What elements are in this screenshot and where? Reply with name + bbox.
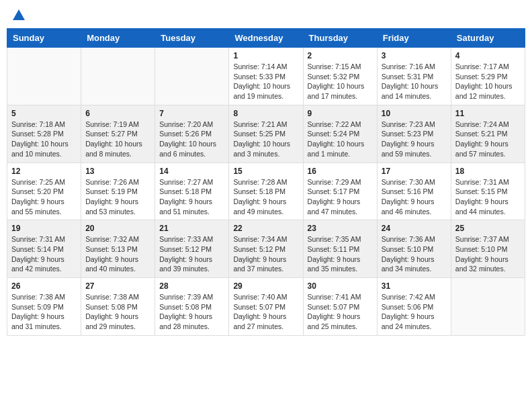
day-cell: 24Sunrise: 7:36 AMSunset: 5:10 PMDayligh… — [377, 220, 451, 278]
day-info: Sunrise: 7:40 AMSunset: 5:07 PMDaylight:… — [233, 292, 298, 332]
day-number: 15 — [233, 167, 298, 176]
day-info: Sunrise: 7:30 AMSunset: 5:16 PMDaylight:… — [382, 177, 447, 217]
day-info: Sunrise: 7:25 AMSunset: 5:20 PMDaylight:… — [11, 177, 77, 217]
day-number: 12 — [11, 167, 77, 176]
svg-marker-0 — [13, 9, 25, 20]
day-number: 21 — [159, 224, 224, 233]
day-number: 29 — [233, 281, 298, 291]
day-cell: 14Sunrise: 7:27 AMSunset: 5:18 PMDayligh… — [155, 163, 229, 220]
day-info: Sunrise: 7:34 AMSunset: 5:12 PMDaylight:… — [233, 234, 298, 274]
day-cell: 12Sunrise: 7:25 AMSunset: 5:20 PMDayligh… — [7, 163, 81, 220]
day-number: 7 — [159, 109, 224, 118]
logo — [11, 9, 26, 20]
calendar-body: 1Sunrise: 7:14 AMSunset: 5:33 PMDaylight… — [7, 48, 525, 336]
day-info: Sunrise: 7:26 AMSunset: 5:19 PMDaylight:… — [85, 177, 150, 217]
calendar-table: SundayMondayTuesdayWednesdayThursdayFrid… — [7, 28, 525, 336]
day-number: 25 — [455, 224, 521, 233]
day-cell — [7, 48, 81, 105]
day-info: Sunrise: 7:31 AMSunset: 5:15 PMDaylight:… — [455, 177, 521, 217]
day-number: 23 — [308, 224, 373, 233]
day-info: Sunrise: 7:21 AMSunset: 5:25 PMDaylight:… — [233, 120, 298, 159]
week-row-5: 26Sunrise: 7:38 AMSunset: 5:09 PMDayligh… — [7, 278, 525, 336]
day-info: Sunrise: 7:23 AMSunset: 5:23 PMDaylight:… — [382, 120, 447, 159]
day-cell: 20Sunrise: 7:32 AMSunset: 5:13 PMDayligh… — [81, 220, 155, 278]
day-cell: 26Sunrise: 7:38 AMSunset: 5:09 PMDayligh… — [7, 278, 81, 336]
day-info: Sunrise: 7:22 AMSunset: 5:24 PMDaylight:… — [308, 120, 373, 159]
day-number: 22 — [233, 224, 298, 233]
day-cell: 28Sunrise: 7:39 AMSunset: 5:08 PMDayligh… — [155, 278, 229, 336]
day-header-sunday: Sunday — [7, 29, 81, 48]
day-cell: 23Sunrise: 7:35 AMSunset: 5:11 PMDayligh… — [303, 220, 377, 278]
day-cell: 10Sunrise: 7:23 AMSunset: 5:23 PMDayligh… — [377, 105, 451, 163]
day-info: Sunrise: 7:31 AMSunset: 5:14 PMDaylight:… — [11, 234, 77, 274]
day-header-monday: Monday — [81, 29, 155, 48]
day-cell: 2Sunrise: 7:15 AMSunset: 5:32 PMDaylight… — [303, 48, 377, 105]
day-number: 18 — [455, 167, 521, 176]
day-cell: 15Sunrise: 7:28 AMSunset: 5:18 PMDayligh… — [229, 163, 303, 220]
day-cell: 29Sunrise: 7:40 AMSunset: 5:07 PMDayligh… — [229, 278, 303, 336]
day-number: 11 — [455, 109, 521, 118]
day-cell: 16Sunrise: 7:29 AMSunset: 5:17 PMDayligh… — [303, 163, 377, 220]
day-info: Sunrise: 7:20 AMSunset: 5:26 PMDaylight:… — [159, 120, 224, 159]
day-cell: 22Sunrise: 7:34 AMSunset: 5:12 PMDayligh… — [229, 220, 303, 278]
day-cell: 11Sunrise: 7:24 AMSunset: 5:21 PMDayligh… — [451, 105, 525, 163]
day-info: Sunrise: 7:28 AMSunset: 5:18 PMDaylight:… — [233, 177, 298, 217]
day-info: Sunrise: 7:42 AMSunset: 5:06 PMDaylight:… — [382, 292, 447, 332]
day-info: Sunrise: 7:14 AMSunset: 5:33 PMDaylight:… — [233, 62, 298, 101]
day-number: 20 — [85, 224, 150, 233]
logo-text — [11, 9, 26, 23]
day-number: 8 — [233, 109, 298, 118]
day-number: 19 — [11, 224, 77, 233]
logo-icon — [11, 8, 26, 23]
day-info: Sunrise: 7:35 AMSunset: 5:11 PMDaylight:… — [308, 234, 373, 274]
day-number: 9 — [308, 109, 373, 118]
day-info: Sunrise: 7:32 AMSunset: 5:13 PMDaylight:… — [85, 234, 150, 274]
day-number: 27 — [85, 281, 150, 291]
week-row-2: 5Sunrise: 7:18 AMSunset: 5:28 PMDaylight… — [7, 105, 525, 163]
day-number: 24 — [382, 224, 447, 233]
day-info: Sunrise: 7:36 AMSunset: 5:10 PMDaylight:… — [382, 234, 447, 274]
day-number: 30 — [308, 281, 373, 291]
day-cell: 18Sunrise: 7:31 AMSunset: 5:15 PMDayligh… — [451, 163, 525, 220]
week-row-4: 19Sunrise: 7:31 AMSunset: 5:14 PMDayligh… — [7, 220, 525, 278]
day-header-tuesday: Tuesday — [155, 29, 229, 48]
day-info: Sunrise: 7:29 AMSunset: 5:17 PMDaylight:… — [308, 177, 373, 217]
day-cell: 27Sunrise: 7:38 AMSunset: 5:08 PMDayligh… — [81, 278, 155, 336]
day-cell: 13Sunrise: 7:26 AMSunset: 5:19 PMDayligh… — [81, 163, 155, 220]
day-info: Sunrise: 7:18 AMSunset: 5:28 PMDaylight:… — [11, 120, 77, 159]
day-number: 3 — [382, 51, 447, 60]
day-number: 10 — [382, 109, 447, 118]
day-cell: 6Sunrise: 7:19 AMSunset: 5:27 PMDaylight… — [81, 105, 155, 163]
day-info: Sunrise: 7:38 AMSunset: 5:09 PMDaylight:… — [11, 292, 77, 332]
week-row-3: 12Sunrise: 7:25 AMSunset: 5:20 PMDayligh… — [7, 163, 525, 220]
header — [7, 7, 525, 23]
day-cell: 30Sunrise: 7:41 AMSunset: 5:07 PMDayligh… — [303, 278, 377, 336]
day-number: 16 — [308, 167, 373, 176]
day-cell: 17Sunrise: 7:30 AMSunset: 5:16 PMDayligh… — [377, 163, 451, 220]
day-cell: 21Sunrise: 7:33 AMSunset: 5:12 PMDayligh… — [155, 220, 229, 278]
day-cell: 4Sunrise: 7:17 AMSunset: 5:29 PMDaylight… — [451, 48, 525, 105]
page: SundayMondayTuesdayWednesdayThursdayFrid… — [0, 0, 532, 342]
day-info: Sunrise: 7:37 AMSunset: 5:10 PMDaylight:… — [455, 234, 521, 274]
calendar-header: SundayMondayTuesdayWednesdayThursdayFrid… — [7, 29, 525, 48]
day-number: 4 — [455, 51, 521, 60]
day-number: 28 — [159, 281, 224, 291]
day-number: 17 — [382, 167, 447, 176]
day-number: 5 — [11, 109, 77, 118]
day-number: 26 — [11, 281, 77, 291]
day-info: Sunrise: 7:41 AMSunset: 5:07 PMDaylight:… — [308, 292, 373, 332]
day-number: 13 — [85, 167, 150, 176]
day-cell: 19Sunrise: 7:31 AMSunset: 5:14 PMDayligh… — [7, 220, 81, 278]
day-info: Sunrise: 7:38 AMSunset: 5:08 PMDaylight:… — [85, 292, 150, 332]
day-info: Sunrise: 7:16 AMSunset: 5:31 PMDaylight:… — [382, 62, 447, 101]
day-number: 2 — [308, 51, 373, 60]
day-number: 6 — [85, 109, 150, 118]
day-info: Sunrise: 7:15 AMSunset: 5:32 PMDaylight:… — [308, 62, 373, 101]
day-cell: 1Sunrise: 7:14 AMSunset: 5:33 PMDaylight… — [229, 48, 303, 105]
day-number: 1 — [233, 51, 298, 60]
day-cell: 5Sunrise: 7:18 AMSunset: 5:28 PMDaylight… — [7, 105, 81, 163]
day-cell: 3Sunrise: 7:16 AMSunset: 5:31 PMDaylight… — [377, 48, 451, 105]
day-header-friday: Friday — [377, 29, 451, 48]
day-number: 31 — [382, 281, 447, 291]
day-header-saturday: Saturday — [451, 29, 525, 48]
